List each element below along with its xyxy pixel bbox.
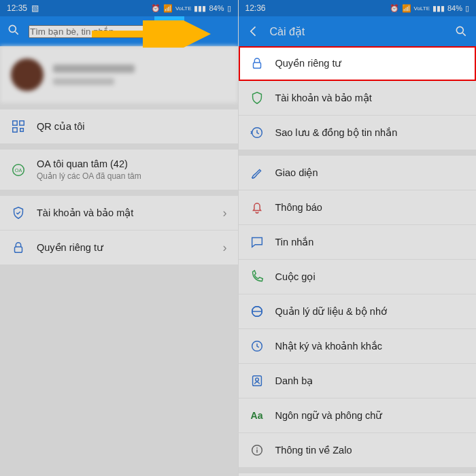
qr-icon: [11, 119, 26, 134]
screenshot-icon: ▧: [31, 3, 39, 13]
data-icon: [250, 304, 265, 319]
alarm-icon: ⏰: [151, 4, 160, 13]
lock-icon: [11, 240, 26, 255]
svg-rect-5: [13, 128, 17, 132]
search-input[interactable]: [29, 25, 146, 38]
volte-label: VoLTE: [175, 5, 191, 12]
message-icon: [250, 235, 265, 250]
row-ui[interactable]: Giao diện: [239, 156, 477, 190]
shield-icon: [11, 205, 26, 220]
svg-line-12: [463, 33, 466, 36]
search-bar: [0, 16, 238, 46]
svg-point-2: [167, 29, 171, 33]
font-icon: Aa: [250, 408, 265, 423]
battery-icon: ▯: [465, 4, 469, 13]
back-button[interactable]: [245, 23, 262, 39]
profile-name: [53, 65, 135, 73]
row-label: Giao diện: [275, 167, 466, 179]
row-oa[interactable]: OA OA tôi quan tâm (42) Quản lý các OA đ…: [0, 150, 238, 190]
gear-icon: [162, 24, 177, 39]
svg-rect-4: [20, 121, 24, 125]
chevron-right-icon: ›: [223, 206, 227, 220]
row-label: OA tôi quan tâm (42): [37, 158, 227, 170]
lock-icon: [250, 56, 265, 71]
svg-rect-9: [15, 247, 22, 252]
signal-icon: ▮▮▮: [194, 4, 206, 13]
row-label: Quyền riêng tư: [37, 241, 212, 254]
row-label: Thông tin về Zalo: [275, 444, 466, 456]
contacts-icon: [250, 373, 265, 388]
svg-text:OA: OA: [15, 167, 22, 173]
row-label: Ngôn ngữ và phông chữ: [275, 409, 466, 422]
shield-icon: [250, 90, 265, 105]
status-bar: 12:36 ⏰ 📶 VoLTE ▮▮▮ 84% ▯: [239, 0, 477, 16]
svg-point-20: [256, 447, 258, 449]
row-diary[interactable]: Nhật ký và khoảnh khắc: [239, 329, 477, 364]
row-label: Nhật ký và khoảnh khắc: [275, 340, 466, 352]
settings-button[interactable]: [154, 16, 184, 46]
battery-icon: ▯: [227, 4, 231, 13]
svg-point-18: [255, 378, 258, 381]
row-label: Quyền riêng tư: [275, 57, 466, 69]
row-label: Cuộc gọi: [275, 271, 466, 283]
search-button[interactable]: [453, 23, 469, 39]
brush-icon: [250, 165, 265, 180]
chevron-right-icon: ›: [223, 241, 227, 255]
row-label: Tin nhắn: [275, 236, 466, 248]
oa-icon: OA: [11, 163, 26, 177]
alarm-icon: ⏰: [390, 4, 399, 13]
row-lang[interactable]: Aa Ngôn ngữ và phông chữ: [239, 398, 477, 433]
row-label: Tài khoản và bảo mật: [37, 207, 212, 219]
avatar: [11, 58, 44, 91]
svg-point-0: [9, 25, 16, 32]
info-icon: [250, 443, 265, 458]
battery-label: 84%: [209, 4, 224, 12]
profile-card[interactable]: [0, 46, 238, 104]
status-time: 12:36: [245, 3, 266, 13]
row-label: Sao lưu & đồng bộ tin nhắn: [275, 126, 466, 139]
row-label: Danh bạ: [275, 375, 466, 387]
search-icon: [7, 23, 20, 39]
battery-label: 84%: [447, 4, 462, 12]
row-privacy[interactable]: Quyền riêng tư: [239, 46, 477, 81]
svg-point-11: [456, 27, 463, 33]
right-pane: 12:36 ⏰ 📶 VoLTE ▮▮▮ 84% ▯ Cài đặt: [238, 0, 477, 476]
page-title: Cài đặt: [270, 25, 445, 38]
row-label: Tài khoản và bảo mật: [275, 92, 466, 104]
svg-line-1: [16, 32, 18, 35]
row-data[interactable]: Quản lý dữ liệu & bộ nhớ: [239, 294, 477, 329]
row-qr[interactable]: QR của tôi: [0, 109, 238, 144]
row-privacy[interactable]: Quyền riêng tư ›: [0, 231, 238, 265]
status-bar: 12:35 ▧ ⏰ 📶 VoLTE ▮▮▮ 84% ▯: [0, 0, 238, 16]
backup-icon: [250, 125, 265, 140]
clock-icon: [250, 339, 265, 354]
svg-rect-3: [13, 121, 17, 125]
row-account[interactable]: Tài khoản và bảo mật: [239, 81, 477, 116]
row-sublabel: Quản lý các OA đã quan tâm: [37, 171, 227, 182]
signal-icon: ▮▮▮: [432, 4, 445, 13]
row-contacts[interactable]: Danh bạ: [239, 364, 477, 398]
row-label: Thông báo: [275, 201, 466, 214]
row-switch[interactable]: Chuyển tài khoản: [239, 473, 477, 476]
row-account[interactable]: Tài khoản và bảo mật ›: [0, 196, 238, 231]
wifi-icon: 📶: [163, 4, 173, 13]
row-label: Quản lý dữ liệu & bộ nhớ: [275, 305, 466, 318]
svg-rect-13: [253, 63, 260, 68]
row-notify[interactable]: Thông báo: [239, 190, 477, 225]
row-call[interactable]: Cuộc gọi: [239, 260, 477, 294]
bell-icon: [250, 200, 265, 215]
row-backup[interactable]: Sao lưu & đồng bộ tin nhắn: [239, 116, 477, 150]
profile-sub: [53, 78, 114, 85]
row-about[interactable]: Thông tin về Zalo: [239, 433, 477, 468]
row-message[interactable]: Tin nhắn: [239, 225, 477, 260]
row-label: QR của tôi: [37, 120, 227, 133]
svg-rect-6: [20, 129, 24, 132]
status-time: 12:35: [7, 3, 27, 13]
volte-label: VoLTE: [414, 5, 430, 12]
left-pane: 12:35 ▧ ⏰ 📶 VoLTE ▮▮▮ 84% ▯: [0, 0, 238, 476]
settings-appbar: Cài đặt: [239, 16, 477, 46]
phone-icon: [250, 269, 265, 284]
wifi-icon: 📶: [402, 4, 411, 13]
